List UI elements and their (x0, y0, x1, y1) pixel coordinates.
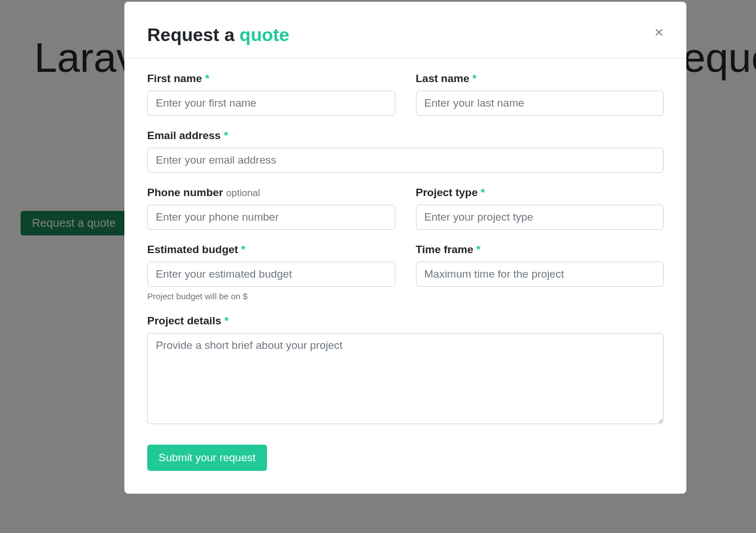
budget-help-text: Project budget will be on $ (147, 291, 395, 301)
email-label: Email address * (147, 129, 664, 142)
project-type-input[interactable] (416, 205, 664, 230)
modal-title: Request a quote (147, 25, 289, 46)
required-mark: * (476, 243, 480, 255)
project-type-label: Project type * (416, 186, 664, 199)
first-name-label: First name * (147, 72, 395, 85)
required-mark: * (224, 129, 228, 141)
time-frame-input[interactable] (416, 262, 664, 287)
last-name-label: Last name * (416, 72, 664, 85)
required-mark: * (205, 72, 209, 84)
modal-body: First name * Last name * Email address * (124, 59, 686, 494)
phone-label: Phone number optional (147, 186, 395, 199)
details-textarea[interactable] (147, 333, 664, 424)
details-group: Project details * (147, 315, 664, 424)
budget-group: Estimated budget * Project budget will b… (147, 243, 395, 301)
time-frame-group: Time frame * (416, 243, 664, 301)
details-label: Project details * (147, 315, 664, 327)
first-name-group: First name * (147, 72, 395, 116)
modal-title-prefix: Request a (147, 25, 240, 45)
close-icon[interactable]: × (654, 25, 664, 40)
optional-mark: optional (226, 188, 260, 198)
required-mark: * (481, 186, 485, 198)
email-input[interactable] (147, 148, 664, 173)
submit-button[interactable]: Submit your request (147, 445, 267, 471)
required-mark: * (241, 243, 245, 255)
last-name-input[interactable] (416, 91, 664, 116)
modal-title-accent: quote (240, 25, 289, 45)
phone-input[interactable] (147, 205, 395, 230)
time-frame-label: Time frame * (416, 243, 664, 256)
required-mark: * (472, 72, 476, 84)
budget-label: Estimated budget * (147, 243, 395, 256)
budget-input[interactable] (147, 262, 395, 287)
last-name-group: Last name * (416, 72, 664, 116)
project-type-group: Project type * (416, 186, 664, 230)
first-name-input[interactable] (147, 91, 395, 116)
request-quote-modal: Request a quote × First name * Last name… (124, 2, 686, 494)
modal-header: Request a quote × (124, 2, 686, 59)
phone-group: Phone number optional (147, 186, 395, 230)
required-mark: * (224, 315, 228, 327)
email-group: Email address * (147, 129, 664, 173)
